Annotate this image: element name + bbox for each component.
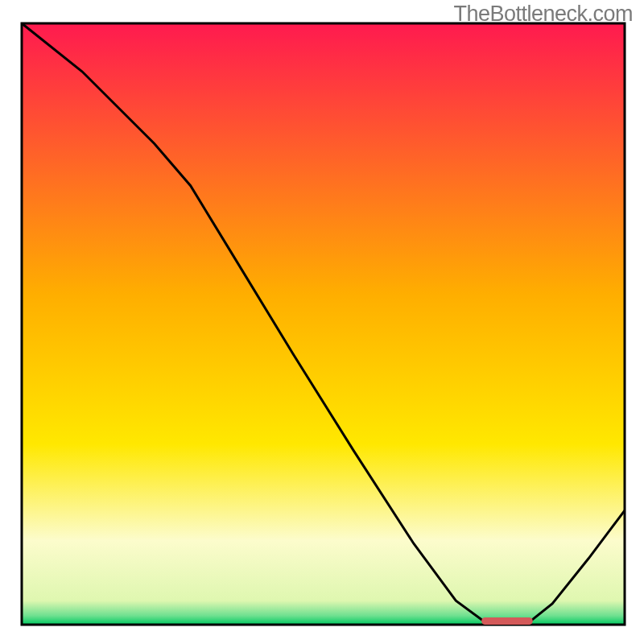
chart-container: { "watermark": "TheBottleneck.com", "cha… xyxy=(0,0,644,644)
chart-svg xyxy=(0,0,644,644)
optimal-marker xyxy=(481,617,533,625)
watermark-text: TheBottleneck.com xyxy=(453,2,633,27)
plot-background xyxy=(22,23,625,625)
